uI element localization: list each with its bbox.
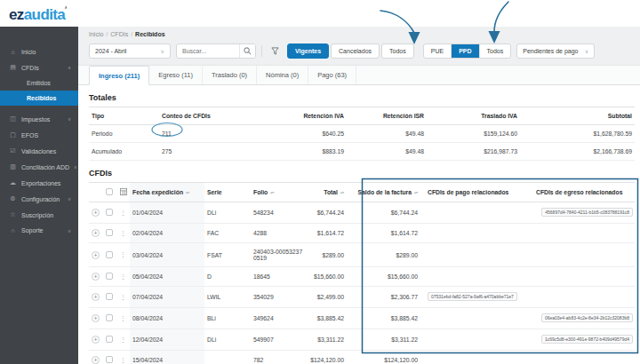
row-menu-icon[interactable]: ⋮ bbox=[120, 251, 126, 257]
expand-row-button[interactable]: + bbox=[92, 251, 100, 259]
chevron-down-icon: ∨ bbox=[68, 116, 71, 122]
cloud-icon: ☁ bbox=[9, 179, 17, 186]
sidebar-item-impuestos[interactable]: ◫ Impuestos ∨ bbox=[0, 111, 78, 127]
tab-egreso[interactable]: Egreso (11) bbox=[149, 66, 203, 84]
row-menu-icon[interactable]: ⋮ bbox=[120, 210, 126, 216]
cancelados-button[interactable]: Cancelados bbox=[331, 44, 380, 59]
col-saldo-factura[interactable]: Saldo de la factura▴▾ bbox=[347, 183, 425, 202]
totales-table: Tipo Conteo de CFDIs Retención IVA Reten… bbox=[89, 107, 635, 161]
sidebar-item-inicio[interactable]: ⌂ Inicio bbox=[0, 44, 78, 59]
sidebar-item-cfdis[interactable]: ▤ CFDIs ∧ bbox=[0, 59, 78, 75]
search-input[interactable] bbox=[177, 48, 239, 54]
cfdis-title: CFDIs bbox=[78, 161, 640, 182]
row-menu-icon[interactable]: ⋮ bbox=[120, 315, 126, 321]
checkbox-icon: ☑ bbox=[9, 147, 17, 154]
expand-row-button[interactable]: + bbox=[92, 314, 100, 322]
tab-nomina[interactable]: Nómina (0) bbox=[257, 66, 308, 84]
cell-fecha: 03/04/2024 bbox=[130, 243, 204, 267]
cell-serie: D bbox=[204, 267, 251, 287]
sidebar-item-label: Inicio bbox=[21, 49, 36, 55]
col-total[interactable]: Total▴▾ bbox=[306, 183, 347, 202]
col-fecha-expedicion[interactable]: Fecha expedición▴▾ bbox=[130, 183, 204, 202]
cell-saldo: $289.00 bbox=[347, 243, 425, 267]
tab-ingreso[interactable]: Ingreso (211) bbox=[89, 66, 149, 85]
uuid-chip[interactable]: 456897d4-7840-4211-b1b5-c083788191c8 bbox=[541, 208, 633, 217]
expand-row-button[interactable]: + bbox=[92, 356, 100, 364]
col-serie: Serie bbox=[204, 183, 251, 202]
row-checkbox[interactable] bbox=[106, 314, 113, 321]
cell-tras-iva: $216,987.73 bbox=[427, 143, 520, 161]
expand-row-button[interactable]: + bbox=[92, 336, 100, 344]
uuid-chip[interactable]: 07531ebd-fa82-527a-9af6-a470abbe71e7 bbox=[428, 292, 517, 301]
breadcrumb: Inicio/CFDIs/Recibidos bbox=[89, 31, 631, 37]
expand-row-button[interactable]: + bbox=[92, 229, 100, 237]
row-checkbox[interactable] bbox=[106, 209, 113, 216]
tab-traslado[interactable]: Traslado (0) bbox=[203, 66, 257, 84]
cell-serie: LWIL bbox=[204, 287, 251, 308]
cell-cfdis-pago bbox=[425, 329, 533, 351]
col-tipo: Tipo bbox=[89, 107, 146, 125]
row-checkbox[interactable] bbox=[106, 229, 113, 236]
sidebar-item-conciliacion-add[interactable]: ▥ Conciliación ADD ∨ bbox=[0, 159, 78, 175]
expand-row-button[interactable]: + bbox=[92, 209, 100, 217]
row-menu-icon[interactable]: ⋮ bbox=[120, 273, 126, 280]
row-checkbox[interactable] bbox=[106, 293, 113, 300]
sidebar-item-validaciones[interactable]: ☑ Validaciones bbox=[0, 143, 78, 159]
col-retencion-isr: Retención ISR bbox=[347, 107, 427, 125]
todos-method-button[interactable]: Todos bbox=[479, 44, 511, 58]
sidebar-item-exportaciones[interactable]: ☁ Exportaciones bbox=[0, 175, 78, 191]
sidebar-item-efos[interactable]: ▢ EFOS bbox=[0, 127, 78, 143]
search-icon[interactable] bbox=[239, 44, 255, 58]
cell-tras-iva: $159,124.60 bbox=[427, 125, 520, 143]
status-filter-group: Vigentes Cancelados Todos bbox=[287, 44, 414, 59]
row-menu-icon[interactable]: ⋮ bbox=[120, 336, 126, 343]
uuid-chip[interactable]: 1c69c5d8-e300-491e-9872-b409d49579d4 bbox=[541, 335, 633, 344]
expand-row-button[interactable]: + bbox=[92, 273, 100, 281]
row-menu-icon[interactable]: ⋮ bbox=[120, 357, 126, 363]
row-menu-icon[interactable]: ⋮ bbox=[120, 294, 126, 300]
vigentes-button[interactable]: Vigentes bbox=[287, 44, 329, 59]
logo-text-audita: audita bbox=[24, 6, 65, 23]
payment-status-value: Pendientes de pago bbox=[523, 48, 578, 54]
filter-funnel-icon[interactable] bbox=[268, 44, 282, 59]
cell-tipo: Periodo bbox=[89, 125, 146, 143]
chevron-down-icon: ∨ bbox=[68, 196, 71, 202]
expand-row-button[interactable]: + bbox=[92, 293, 100, 301]
row-checkbox[interactable] bbox=[106, 356, 113, 363]
row-menu-icon[interactable]: ⋮ bbox=[120, 230, 126, 236]
tab-pago[interactable]: Pago (63) bbox=[308, 66, 356, 84]
cell-total: $3,885.42 bbox=[306, 308, 347, 329]
columns-icon[interactable] bbox=[117, 183, 130, 202]
col-subtotal: Subtotal bbox=[520, 107, 635, 125]
sidebar-item-emitidos[interactable]: Emitidos bbox=[0, 75, 78, 91]
sidebar-item-recibidos[interactable]: Recibidos bbox=[0, 91, 78, 106]
col-folio[interactable]: Folio▴▾ bbox=[251, 183, 306, 202]
sidebar-item-label: Validaciones bbox=[21, 148, 56, 154]
sidebar: ⌂ Inicio ▤ CFDIs ∧ Emitidos Recibidos ◫ … bbox=[0, 27, 78, 364]
breadcrumb-inicio[interactable]: Inicio bbox=[89, 31, 103, 37]
cell-folio: 549907 bbox=[251, 329, 306, 351]
cell-fecha: 15/04/2024 bbox=[130, 351, 204, 364]
row-checkbox[interactable] bbox=[106, 251, 113, 258]
period-select[interactable]: 2024 - Abril ∨ bbox=[89, 44, 171, 59]
search-box bbox=[176, 44, 256, 59]
cell-folio: 240403-000532370519 bbox=[251, 243, 306, 267]
cfdi-type-tabs: Ingreso (211) Egreso (11) Traslado (0) N… bbox=[78, 66, 640, 85]
payment-status-select[interactable]: Pendientes de pago ∨ bbox=[516, 44, 595, 59]
chevron-down-icon: ∨ bbox=[585, 48, 588, 54]
cell-serie: DLi bbox=[204, 329, 251, 351]
row-checkbox[interactable] bbox=[106, 273, 113, 280]
sidebar-item-suscripcion[interactable]: ☆ Suscripción bbox=[0, 207, 78, 223]
ppd-button[interactable]: PPD bbox=[451, 44, 478, 58]
uuid-chip[interactable]: 06ea03e4-ab83-4c2e-8e34-2b12c32083b8 bbox=[541, 313, 633, 322]
pue-button[interactable]: PUE bbox=[424, 44, 451, 58]
cell-total: $289.00 bbox=[306, 243, 347, 267]
breadcrumb-cfdis[interactable]: CFDIs bbox=[110, 31, 128, 37]
row-checkbox[interactable] bbox=[106, 336, 113, 343]
sidebar-item-configuracion[interactable]: ⚙ Configuración ∨ bbox=[0, 191, 78, 207]
sidebar-item-soporte[interactable]: ∩ Soporte ∨ bbox=[0, 223, 78, 238]
cell-saldo: $124,120.00 bbox=[347, 351, 425, 364]
select-all-checkbox[interactable] bbox=[106, 188, 113, 195]
todos-status-button[interactable]: Todos bbox=[381, 44, 414, 59]
cell-cfdis-egreso: 1c69c5d8-e300-491e-9872-b409d49579d4 bbox=[533, 329, 635, 351]
